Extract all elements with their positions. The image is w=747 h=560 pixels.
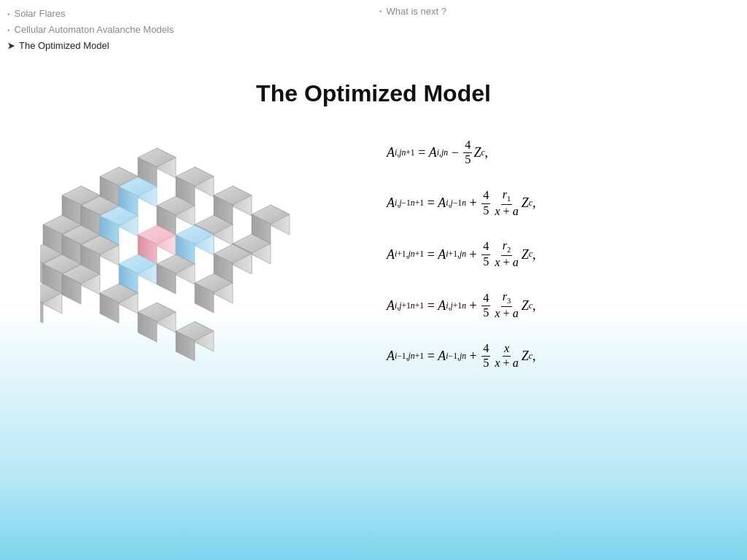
nav-list: • Solar Flares • Cellular Automaton Aval…	[7, 6, 174, 54]
equation-4: Ai,j+1n+1 = Ai,j+1n + 4 5 r3 x + a Zc,	[387, 290, 732, 321]
equation-1: Ai,jn+1 = Ai,jn − 4 5 Zc,	[387, 139, 732, 168]
arrow-icon: ➤	[7, 39, 15, 53]
page-title: The Optimized Model	[0, 80, 747, 107]
bullet-icon: •	[379, 7, 382, 15]
equations-panel: Ai,jn+1 = Ai,jn − 4 5 Zc, Ai,j−1n+1 = Ai…	[387, 139, 732, 392]
bullet-icon: •	[7, 8, 10, 20]
nav-label: Cellular Automaton Avalanche Models	[15, 22, 174, 38]
bullet-icon: •	[7, 24, 10, 36]
cubes-illustration: // We'll draw cubes using a simple isome…	[40, 142, 376, 376]
nav-item-solar[interactable]: • Solar Flares	[7, 6, 174, 22]
nav-label: The Optimized Model	[19, 38, 109, 54]
nav-right: • What is next ?	[379, 6, 446, 17]
nav-right-label: What is next ?	[387, 6, 446, 17]
equation-2: Ai,j−1n+1 = Ai,j−1n + 4 5 r1 x + a Zc,	[387, 188, 732, 219]
cubes-svg: // We'll draw cubes using a simple isome…	[40, 142, 376, 376]
nav-item-optimized[interactable]: ➤ The Optimized Model	[7, 38, 174, 54]
nav-label: Solar Flares	[15, 6, 66, 22]
equation-5: Ai−1,jn+1 = Ai−1,jn + 4 5 x x + a Zc,	[387, 342, 732, 371]
nav-item-cellular[interactable]: • Cellular Automaton Avalanche Models	[7, 22, 174, 38]
equation-3: Ai+1,jn+1 = Ai+1,jn + 4 5 r2 x + a Zc,	[387, 239, 732, 270]
